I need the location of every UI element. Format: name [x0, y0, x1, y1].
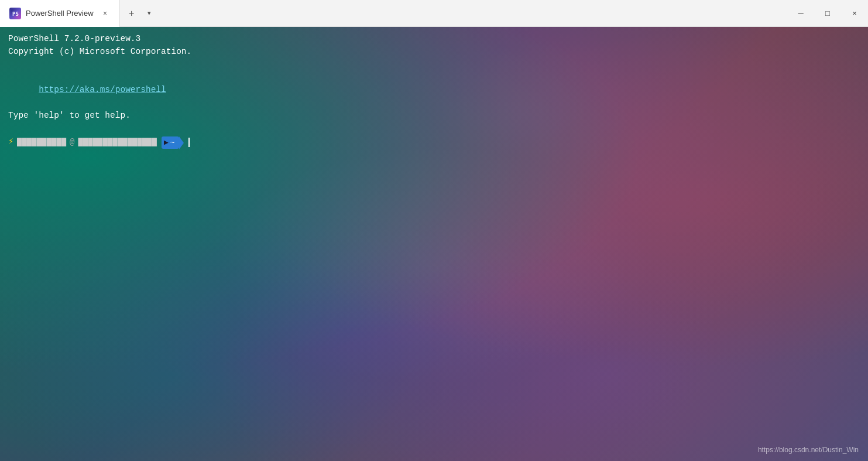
terminal-cursor	[188, 138, 190, 147]
tab-label: PowerShell Preview	[26, 9, 94, 18]
titlebar: PS PowerShell Preview × + ▾ ─ □ ×	[0, 0, 868, 27]
titlebar-left: PS PowerShell Preview × + ▾	[0, 0, 787, 27]
prompt-username: ██████████	[17, 136, 66, 149]
active-tab[interactable]: PS PowerShell Preview ×	[0, 0, 120, 27]
powershell-link[interactable]: https://aka.ms/powershell	[39, 85, 166, 94]
chevron-down-icon: ▾	[147, 9, 151, 17]
window-controls: ─ □ ×	[787, 0, 868, 26]
watermark: https://blog.csdn.net/Dustin_Win	[758, 446, 859, 454]
terminal-line-6	[8, 122, 860, 135]
new-tab-button[interactable]: +	[122, 4, 141, 23]
close-icon: ×	[852, 9, 857, 18]
lightning-icon: ⚡	[8, 136, 13, 149]
terminal-line-5: Type 'help' to get help.	[8, 110, 860, 122]
prompt-hostname: ████████████████	[78, 136, 156, 149]
svg-text:PS: PS	[12, 11, 19, 17]
powershell-icon: PS	[9, 8, 21, 19]
badge-path-text: ~	[170, 137, 175, 149]
terminal-line-4: https://aka.ms/powershell	[8, 71, 860, 109]
maximize-icon: □	[825, 9, 830, 18]
terminal-content[interactable]: PowerShell 7.2.0-preview.3 Copyright (c)…	[0, 27, 868, 461]
badge-arrow-icon: ▶	[164, 137, 169, 149]
terminal-wrapper[interactable]: PowerShell 7.2.0-preview.3 Copyright (c)…	[0, 27, 868, 461]
prompt-path-badge: ▶ ~	[162, 136, 179, 149]
terminal-line-3	[8, 59, 860, 71]
maximize-button[interactable]: □	[814, 0, 841, 26]
prompt-at-symbol: @	[70, 136, 74, 149]
minimize-button[interactable]: ─	[787, 0, 814, 26]
terminal-prompt: ⚡ ██████████ @ ████████████████ ▶ ~	[8, 136, 860, 149]
terminal-line-2: Copyright (c) Microsoft Corporation.	[8, 46, 860, 59]
terminal-line-1: PowerShell 7.2.0-preview.3	[8, 33, 860, 46]
tab-dropdown-button[interactable]: ▾	[141, 5, 157, 22]
minimize-icon: ─	[798, 9, 803, 18]
close-button[interactable]: ×	[841, 0, 868, 26]
tab-close-button[interactable]: ×	[101, 9, 110, 18]
